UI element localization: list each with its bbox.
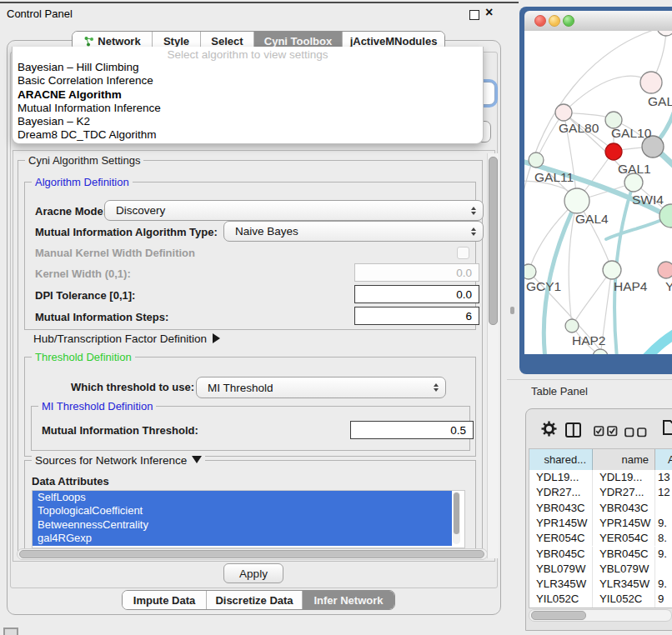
mi-steps-label: Mutual Information Steps: (35, 311, 168, 323)
algorithm-option[interactable]: Basic Correlation Inference (13, 74, 483, 88)
attribute-item-topologicalcoefficient[interactable]: TopologicalCoefficient (33, 504, 452, 518)
minimize-traffic-light[interactable] (549, 15, 560, 27)
manual-kernel-checkbox[interactable] (457, 247, 469, 259)
table-row[interactable]: YER054CYER054C8. (529, 531, 672, 546)
network-node-swi4[interactable] (659, 204, 672, 228)
settings-scrollbar-thumb[interactable] (489, 157, 498, 325)
network-node-gcy1[interactable] (524, 264, 536, 279)
network-node[interactable] (657, 31, 672, 36)
node-label-y: Y (665, 279, 672, 293)
network-edge[interactable] (639, 327, 672, 354)
mi-threshold-value: 0.5 (450, 424, 466, 437)
node-table[interactable]: shared...nameA YDL19...YDL19...13YDR27..… (529, 448, 672, 608)
data-attributes-list[interactable]: SelfLoopsTopologicalCoefficientBetweenne… (32, 490, 465, 548)
table-row[interactable]: YBL079WYBL079W (529, 562, 672, 577)
algorithm-option[interactable]: Dream8 DC_TDC Algorithm (13, 128, 483, 142)
node-label-gcy1: GCY1 (526, 279, 561, 293)
which-threshold-select[interactable]: MI Threshold (196, 377, 446, 398)
mi-type-value: Naive Bayes (235, 225, 298, 238)
network-edge[interactable] (572, 269, 612, 326)
table-row[interactable]: YBR045CYBR045C9. (529, 547, 672, 562)
sources-toggle[interactable]: Sources for Network Inference (32, 454, 205, 467)
network-node-hap2[interactable] (565, 319, 579, 332)
apply-button-label: Apply (239, 568, 268, 580)
attribute-item-gal4rgexp[interactable]: gal4RGexp (33, 532, 452, 545)
table-settings-button[interactable] (541, 421, 557, 440)
table-horizontal-scrollbar-thumb[interactable] (531, 611, 586, 620)
attributes-scrollbar-thumb[interactable] (454, 492, 459, 534)
table-cell: 9 (655, 592, 672, 607)
table-cell: YDL19... (593, 470, 655, 485)
threshold-definition-title: Threshold Definition (32, 351, 135, 363)
table-row[interactable]: YDR27...YDR27...12 (529, 485, 672, 500)
network-node-hap4[interactable] (603, 261, 621, 279)
table-cell: YBL079W (529, 562, 593, 577)
algorithm-option[interactable]: ARACNE Algorithm (13, 88, 483, 102)
settings-horizontal-scrollbar-thumb[interactable] (19, 550, 484, 558)
split-pane-handle[interactable] (510, 307, 514, 314)
export-table-button[interactable] (663, 419, 672, 439)
aracne-mode-select[interactable]: Discovery (104, 200, 484, 221)
table-row[interactable]: YPR145WYPR145W9. (529, 516, 672, 531)
dpi-tolerance-field[interactable]: 0.0 (354, 285, 479, 303)
column-header-2[interactable]: name (593, 449, 655, 470)
network-node-gal1[interactable] (624, 173, 643, 192)
close-traffic-light[interactable] (534, 15, 546, 27)
attribute-item-selfloops[interactable]: SelfLoops (33, 491, 452, 504)
algorithm-option[interactable]: Bayesian – Hill Climbing (13, 61, 483, 74)
network-node-gal[interactable] (640, 72, 662, 93)
network-node-gal11[interactable] (529, 152, 544, 168)
select-all-button[interactable] (594, 425, 619, 440)
tab-label: jActiveMNodules (350, 35, 438, 48)
mi-type-select[interactable]: Naive Bayes (223, 221, 484, 242)
table-cell: YDL19... (529, 470, 593, 485)
tab-label: Network (98, 35, 140, 48)
column-chooser-button[interactable] (565, 422, 581, 438)
table-cell: YDR27... (593, 485, 655, 500)
table-cell: YPR145W (593, 516, 655, 531)
table-cell: 13 (655, 470, 672, 485)
deselect-all-button[interactable] (624, 426, 648, 441)
table-row[interactable]: YBR043CYBR043C (529, 501, 672, 516)
column-header-3[interactable]: A (655, 449, 672, 470)
network-node[interactable] (593, 349, 608, 354)
node-label-hap4: HAP4 (614, 279, 648, 293)
mi-steps-field[interactable]: 6 (354, 307, 479, 325)
table-row[interactable]: YLR345WYLR345W9. (529, 577, 672, 592)
hub-definition-toggle[interactable]: Hub/Transcription Factor Definition (33, 332, 220, 345)
algorithm-option[interactable]: Mutual Information Inference (13, 102, 483, 115)
tab-infer-network[interactable]: Infer Network (303, 591, 394, 609)
network-node[interactable] (605, 143, 622, 160)
network-node-gal80[interactable] (555, 104, 572, 121)
algorithm-option[interactable]: Bayesian – K2 (13, 115, 483, 128)
table-row[interactable]: YDL19...YDL19...13 (529, 470, 672, 485)
attribute-item-betweennesscentrality[interactable]: BetweennessCentrality (33, 518, 452, 532)
mi-threshold-field[interactable]: 0.5 (350, 421, 474, 439)
mi-type-label: Mutual Information Algorithm Type: (35, 226, 218, 238)
network-canvas[interactable]: GALGAL80GAL10GAL1GAL11SWI4GAL4GCY1HAP4YH… (524, 31, 672, 354)
zoom-traffic-light[interactable] (563, 15, 574, 27)
node-label-gal4: GAL4 (575, 212, 609, 226)
node-label-gal11: GAL11 (534, 170, 574, 184)
network-edge[interactable] (564, 76, 651, 112)
network-node-gal4[interactable] (564, 188, 589, 213)
table-row[interactable]: YIL052CYIL052C9 (529, 592, 672, 607)
apply-button[interactable]: Apply (223, 563, 283, 583)
tab-impute-data[interactable]: Impute Data (123, 591, 207, 609)
tab-discretize-data[interactable]: Discretize Data (207, 591, 303, 609)
table-cell: YBR043C (593, 501, 655, 516)
network-window-titlebar[interactable] (524, 11, 672, 32)
node-label-gal1: GAL1 (618, 162, 651, 176)
tab-label: Style (163, 35, 189, 48)
mi-threshold-group-title: MI Threshold Definition (38, 400, 156, 412)
column-header-1[interactable]: shared... (529, 449, 593, 470)
table-cell: 9. (655, 516, 672, 531)
tab-label: Select (211, 35, 243, 48)
float-panel-icon[interactable] (469, 10, 479, 20)
document-icon (663, 419, 672, 436)
dock-panel-icon[interactable] (3, 628, 18, 635)
table-cell: YIL052C (529, 592, 593, 607)
close-icon[interactable]: × (485, 5, 493, 20)
aracne-mode-value: Discovery (116, 204, 165, 217)
network-node-y[interactable] (658, 262, 672, 278)
